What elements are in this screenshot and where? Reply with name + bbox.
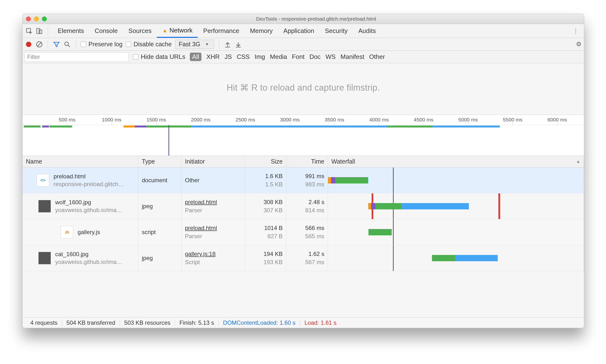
close-window-button[interactable] (26, 16, 31, 21)
file-type-icon (38, 200, 51, 212)
sort-indicator-icon: ▲ (576, 159, 580, 164)
traffic-lights (26, 16, 47, 21)
timeline-tick: 3000 ms (280, 117, 300, 123)
network-toolbar: Preserve log Disable cache Fast 3G▼ ⚙ (23, 38, 584, 51)
minimize-window-button[interactable] (34, 16, 39, 21)
filter-bar: Filter Hide data URLs AllXHRJSCSSImgMedi… (23, 51, 584, 63)
sb-domcontentloaded: DOMContentLoaded: 1.60 s (219, 319, 300, 326)
sb-requests: 4 requests (26, 319, 62, 326)
timeline-tick: 5000 ms (458, 117, 478, 123)
timeline-overview[interactable]: 500 ms1000 ms1500 ms2000 ms2500 ms3000 m… (23, 115, 584, 156)
svg-point-5 (65, 42, 68, 46)
file-type-icon: JS (61, 226, 73, 238)
svg-rect-1 (37, 28, 40, 33)
filter-type-manifest[interactable]: Manifest (341, 53, 364, 61)
tab-network[interactable]: ▲Network (157, 24, 198, 38)
timeline-tick: 1000 ms (102, 117, 121, 123)
svg-rect-2 (39, 30, 42, 33)
throttling-select[interactable]: Fast 3G▼ (175, 40, 214, 49)
filter-type-doc[interactable]: Doc (309, 53, 320, 61)
more-options-icon[interactable]: ⋮ (570, 28, 581, 34)
chevron-down-icon: ▼ (205, 42, 209, 47)
tab-audits[interactable]: Audits (353, 24, 381, 38)
sb-load: Load: 1.61 s (300, 319, 341, 326)
hide-data-urls-checkbox[interactable]: Hide data URLs (133, 53, 185, 61)
tab-security[interactable]: Security (319, 24, 353, 38)
filter-input[interactable]: Filter (25, 52, 129, 62)
column-size[interactable]: Size (245, 156, 286, 167)
preserve-log-checkbox[interactable]: Preserve log (81, 41, 122, 48)
filter-type-other[interactable]: Other (369, 53, 385, 61)
table-row[interactable]: JSgallery.jsscriptpreload.htmlParser1014… (23, 219, 584, 245)
settings-icon[interactable]: ⚙ (576, 40, 581, 48)
requests-table-header: Name Type Initiator Size Time Waterfall▲ (23, 156, 584, 168)
column-initiator[interactable]: Initiator (182, 156, 245, 167)
svg-line-6 (68, 45, 70, 47)
table-row[interactable]: <>preload.htmlresponsive-preload.glitch…… (23, 168, 584, 193)
upload-har-icon[interactable] (224, 41, 231, 48)
disable-cache-checkbox[interactable]: Disable cache (126, 41, 172, 48)
tab-sources[interactable]: Sources (123, 24, 157, 38)
timeline-ruler: 500 ms1000 ms1500 ms2000 ms2500 ms3000 m… (23, 115, 584, 125)
filter-type-css[interactable]: CSS (237, 53, 250, 61)
column-type[interactable]: Type (138, 156, 182, 167)
warning-icon: ▲ (162, 27, 168, 34)
filter-type-media[interactable]: Media (270, 53, 287, 61)
download-har-icon[interactable] (235, 41, 242, 48)
sb-resources: 503 KB resources (120, 319, 175, 326)
timeline-tick: 5500 ms (503, 117, 523, 123)
dom-content-loaded-marker (169, 125, 169, 156)
filter-type-all[interactable]: All (190, 52, 202, 61)
tab-console[interactable]: Console (89, 24, 123, 38)
tab-memory[interactable]: Memory (245, 24, 278, 38)
status-bar: 4 requests 504 KB transferred 503 KB res… (23, 317, 584, 328)
timeline-tick: 500 ms (59, 117, 75, 123)
window-titlebar: DevTools - responsive-preload.glitch.me/… (23, 14, 584, 24)
filmstrip-hint: Hit ⌘ R to reload and capture filmstrip. (23, 63, 584, 115)
table-row[interactable]: wolf_1600.jpgyoavweiss.github.io/ima…jpe… (23, 193, 584, 219)
filter-type-js[interactable]: JS (224, 53, 232, 61)
column-time[interactable]: Time (286, 156, 328, 167)
table-row[interactable]: cat_1600.jpgyoavweiss.github.io/ima…jpeg… (23, 245, 584, 271)
file-type-icon: <> (37, 174, 49, 187)
record-button[interactable] (25, 41, 32, 48)
dcl-marker (393, 245, 394, 271)
search-icon[interactable] (64, 41, 71, 48)
divider (48, 26, 48, 36)
inspect-element-icon[interactable] (25, 27, 33, 35)
filter-icon[interactable] (53, 41, 60, 48)
timeline-tick: 1500 ms (146, 117, 166, 123)
tab-application[interactable]: Application (278, 24, 319, 38)
timeline-tick: 2000 ms (191, 117, 211, 123)
window-title: DevTools - responsive-preload.glitch.me/… (52, 16, 580, 22)
column-waterfall[interactable]: Waterfall▲ (328, 156, 584, 167)
requests-table-body: <>preload.htmlresponsive-preload.glitch…… (23, 168, 584, 271)
tab-elements[interactable]: Elements (52, 24, 89, 38)
timeline-tick: 4500 ms (414, 117, 434, 123)
filter-type-img[interactable]: Img (254, 53, 265, 61)
sb-transferred: 504 KB transferred (62, 319, 120, 326)
filter-type-ws[interactable]: WS (326, 53, 336, 61)
devtools-window: DevTools - responsive-preload.glitch.me/… (22, 13, 584, 328)
timeline-tick: 3500 ms (325, 117, 344, 123)
sb-finish: Finish: 5.13 s (175, 319, 219, 326)
column-name[interactable]: Name (23, 156, 138, 167)
timeline-tick: 2500 ms (236, 117, 255, 123)
device-toolbar-icon[interactable] (35, 27, 43, 35)
panel-tabs: ElementsConsoleSources▲NetworkPerformanc… (23, 24, 584, 38)
zoom-window-button[interactable] (42, 16, 47, 21)
tab-performance[interactable]: Performance (198, 24, 245, 38)
clear-icon[interactable] (36, 41, 43, 48)
timeline-overview-graph (23, 125, 584, 156)
timeline-tick: 4000 ms (369, 117, 389, 123)
dcl-marker (393, 219, 394, 245)
filter-type-font[interactable]: Font (292, 53, 304, 61)
filter-type-xhr[interactable]: XHR (206, 53, 220, 61)
dcl-marker (393, 168, 394, 193)
file-type-icon (38, 252, 51, 264)
svg-line-4 (37, 42, 41, 47)
timeline-tick: 6000 ms (547, 117, 567, 123)
